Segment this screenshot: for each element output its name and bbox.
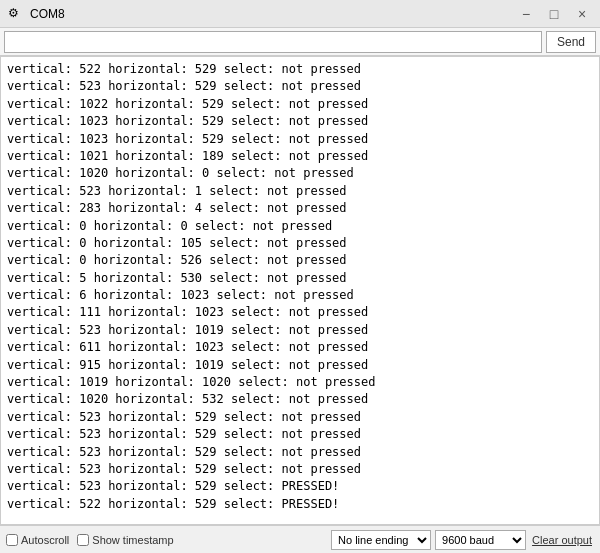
status-bar: Autoscroll Show timestamp No line ending… <box>0 525 600 553</box>
autoscroll-checkbox[interactable] <box>6 534 18 546</box>
baud-rate-select[interactable]: 300 baud1200 baud2400 baud4800 baud9600 … <box>435 530 526 550</box>
input-row: Send <box>0 28 600 56</box>
output-area[interactable]: vertical: 522 horizontal: 529 select: no… <box>0 56 600 525</box>
autoscroll-label[interactable]: Autoscroll <box>6 534 69 546</box>
title-bar-left: ⚙ COM8 <box>8 6 65 22</box>
title-bar: ⚙ COM8 − □ × <box>0 0 600 28</box>
send-button[interactable]: Send <box>546 31 596 53</box>
close-button[interactable]: × <box>572 4 592 24</box>
minimize-button[interactable]: − <box>516 4 536 24</box>
show-timestamp-label[interactable]: Show timestamp <box>77 534 173 546</box>
message-input[interactable] <box>4 31 542 53</box>
app-icon: ⚙ <box>8 6 24 22</box>
status-bar-left: Autoscroll Show timestamp <box>6 534 323 546</box>
line-ending-select[interactable]: No line endingNewlineCarriage returnBoth… <box>331 530 431 550</box>
show-timestamp-text: Show timestamp <box>92 534 173 546</box>
title-bar-controls: − □ × <box>516 4 592 24</box>
show-timestamp-checkbox[interactable] <box>77 534 89 546</box>
maximize-button[interactable]: □ <box>544 4 564 24</box>
clear-output-button[interactable]: Clear output <box>530 534 594 546</box>
status-bar-right: No line endingNewlineCarriage returnBoth… <box>331 530 594 550</box>
title-bar-title: COM8 <box>30 7 65 21</box>
autoscroll-text: Autoscroll <box>21 534 69 546</box>
